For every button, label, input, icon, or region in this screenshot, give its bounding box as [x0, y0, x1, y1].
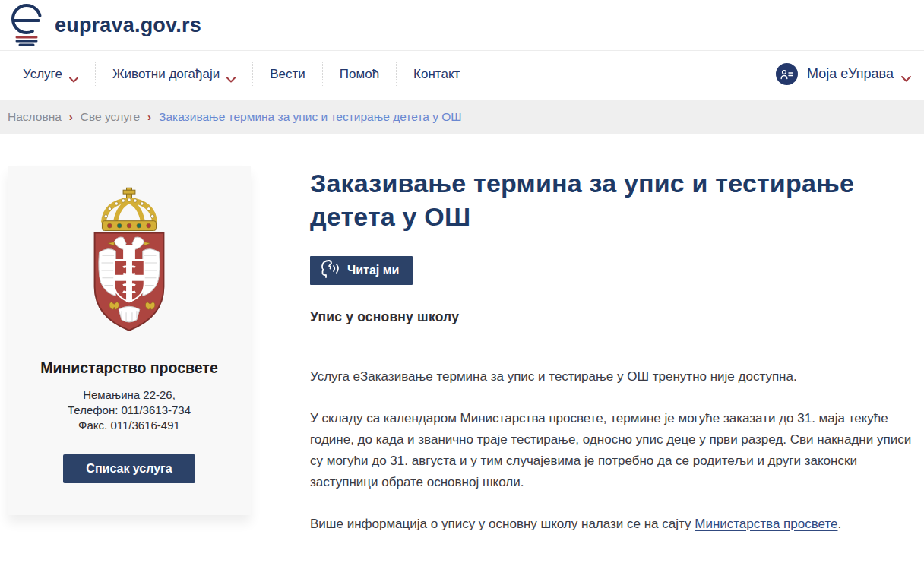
speaking-head-icon [319, 259, 340, 282]
breadcrumb-separator-icon: › [147, 110, 151, 123]
nav-item-label: Контакт [413, 67, 460, 82]
page-content: Министарство просвете Немањина 22-26, Те… [0, 134, 924, 535]
site-header: euprava.gov.rs [0, 0, 924, 50]
my-euprava-menu[interactable]: Моја еУправа [776, 63, 910, 85]
paragraph-more-prefix: Више информација о упису у основну школу… [310, 517, 695, 531]
serbia-coat-of-arms-icon [23, 183, 236, 352]
nav-item-label: Помоћ [340, 67, 379, 82]
breadcrumb-separator-icon: › [69, 110, 73, 123]
breadcrumb-current-page[interactable]: Заказивање термина за упис и тестирање д… [159, 110, 462, 124]
chevron-down-icon [226, 71, 236, 77]
nav-item-life-events[interactable]: Животни догађаји [95, 62, 252, 87]
paragraph-more-info: Више информација о упису у основну школу… [310, 514, 918, 535]
services-list-button[interactable]: Списак услуга [63, 454, 195, 483]
paragraph-more-suffix: . [837, 517, 841, 531]
read-aloud-label: Читај ми [347, 264, 399, 277]
paragraph-unavailable: Услуга еЗаказивање термина за упис и тес… [310, 366, 918, 387]
nav-item-services[interactable]: Услуге [23, 62, 95, 87]
ministry-website-link[interactable]: Министарства просвете [695, 517, 837, 531]
ministry-contact-info: Немањина 22-26, Телефон: 011/3613-734 Фа… [23, 387, 236, 433]
nav-item-contact[interactable]: Контакт [396, 62, 476, 87]
my-euprava-label: Моја еУправа [807, 66, 894, 82]
nav-items: Услуге Животни догађаји Вести Помоћ Конт… [23, 51, 476, 97]
breadcrumb-all-services[interactable]: Све услуге [81, 110, 140, 124]
account-id-icon [776, 63, 798, 85]
chevron-down-icon [69, 71, 78, 77]
site-logo-text: euprava.gov.rs [55, 14, 201, 37]
ministry-fax: Факс. 011/3616-491 [23, 418, 236, 433]
site-logo[interactable]: euprava.gov.rs [8, 2, 201, 49]
breadcrumb: Насловна › Све услуге › Заказивање терми… [0, 100, 924, 134]
service-main: Заказивање термина за упис и тестирање д… [310, 166, 918, 535]
chevron-down-icon [901, 71, 910, 77]
read-aloud-button[interactable]: Читај ми [310, 256, 413, 285]
nav-item-label: Вести [270, 67, 305, 82]
page-title: Заказивање термина за упис и тестирање д… [310, 166, 918, 233]
ministry-address: Немањина 22-26, [23, 387, 236, 403]
ministry-card: Министарство просвете Немањина 22-26, Те… [8, 166, 251, 515]
main-navigation: Услуге Животни догађаји Вести Помоћ Конт… [0, 50, 924, 97]
ministry-name: Министарство просвете [23, 359, 236, 377]
nav-item-label: Животни догађаји [112, 67, 220, 82]
nav-item-news[interactable]: Вести [252, 62, 322, 87]
nav-item-label: Услуге [23, 67, 62, 82]
nav-item-help[interactable]: Помоћ [322, 62, 396, 87]
section-divider [310, 346, 918, 346]
section-heading: Упис у основну школу [310, 309, 918, 325]
breadcrumb-home[interactable]: Насловна [8, 110, 62, 124]
ministry-phone: Телефон: 011/3613-734 [23, 403, 236, 418]
euprava-logo-icon [8, 2, 46, 49]
paragraph-calendar: У складу са календаром Министарства прос… [310, 408, 918, 493]
